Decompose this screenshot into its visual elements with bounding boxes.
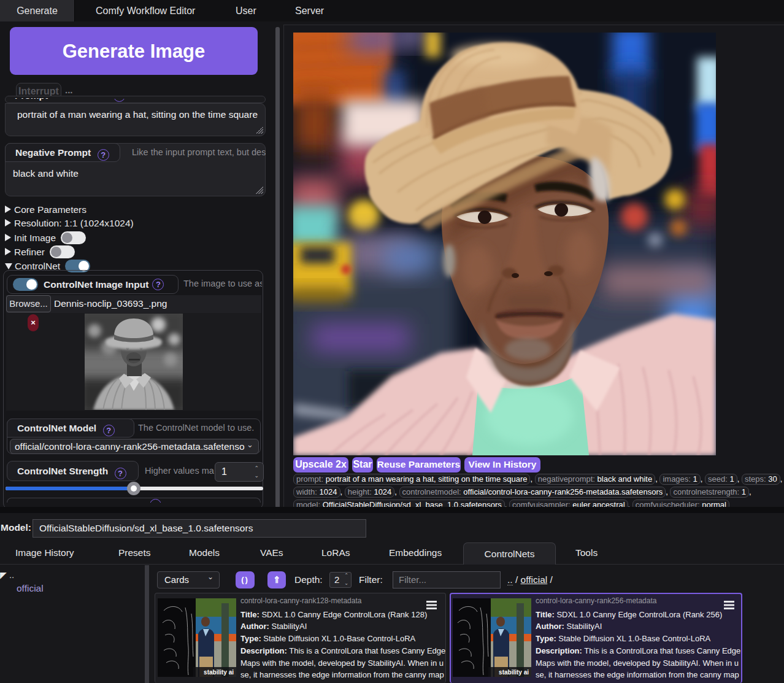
svg-text:stability ai: stability ai <box>204 669 234 676</box>
svg-text:stability ai: stability ai <box>499 669 529 676</box>
